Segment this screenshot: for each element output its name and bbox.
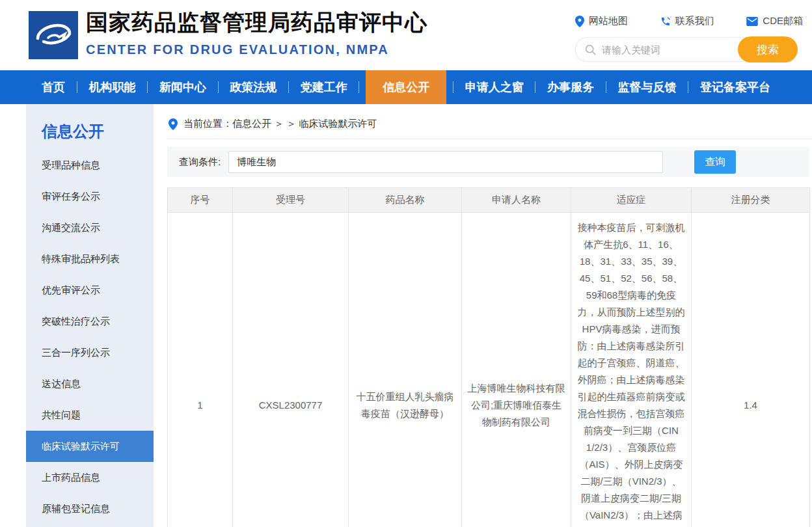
cell-acceptance-no: CXSL2300777 [233, 213, 349, 527]
phone-icon [660, 16, 671, 27]
cell-drug-name: 十五价重组人乳头瘤病毒疫苗（汉逊酵母） [349, 213, 462, 527]
nav-item-functions[interactable]: 机构职能 [83, 70, 141, 104]
mailbox-label: CDE邮箱 [763, 15, 803, 27]
col-header-drug-name: 药品名称 [349, 188, 462, 213]
nav-divider [288, 81, 289, 93]
sidebar-item-delivery-info[interactable]: 送达信息 [26, 368, 154, 399]
site-title-cn: 国家药品监督管理局药品审评中心 [86, 8, 427, 38]
nav-divider [147, 81, 148, 93]
sidebar-item-excipient-registration[interactable]: 原辅包登记信息 [26, 493, 154, 524]
table-row: 1 CXSL2300777 十五价重组人乳头瘤病毒疫苗（汉逊酵母） 上海博唯生物… [168, 213, 810, 527]
nav-divider [77, 81, 77, 93]
contact-link[interactable]: 联系我们 [660, 15, 714, 27]
nav-item-news[interactable]: 新闻中心 [154, 70, 211, 104]
nav-divider [218, 81, 219, 93]
table-header-row: 序号 受理号 药品名称 申请人名称 适应症 注册分类 [168, 188, 810, 213]
breadcrumb-text: 当前位置：信息公开 ＞ ＞ 临床试验默示许可 [183, 118, 377, 130]
col-header-applicant: 申请人名称 [462, 188, 571, 213]
nav-item-services[interactable]: 办事服务 [542, 70, 599, 104]
col-header-registration-class: 注册分类 [692, 188, 810, 213]
query-input[interactable] [228, 151, 663, 173]
site-title-en: CENTER FOR DRUG EVALUATION, NMPA [86, 42, 427, 57]
nav-item-party[interactable]: 党建工作 [295, 70, 353, 104]
header-search: 搜索 [575, 37, 798, 62]
col-header-indication: 适应症 [571, 188, 692, 213]
sidebar-item-three-in-one[interactable]: 三合一序列公示 [26, 337, 154, 368]
col-header-index: 序号 [168, 188, 233, 213]
cell-index: 1 [168, 213, 233, 527]
cde-logo [29, 11, 78, 59]
sidebar-title: 信息公开 [26, 104, 154, 150]
sidebar: 信息公开 受理品种信息 审评任务公示 沟通交流公示 特殊审批品种列表 优先审评公… [26, 104, 154, 527]
contact-label: 联系我们 [675, 15, 714, 27]
nav-divider [606, 81, 606, 93]
location-pin-icon [169, 118, 178, 130]
sidebar-item-special-approval[interactable]: 特殊审批品种列表 [26, 243, 154, 275]
sitemap-label: 网站地图 [589, 15, 628, 27]
cell-registration-class: 1.4 [692, 213, 810, 527]
query-label: 查询条件: [179, 156, 221, 169]
search-icon [585, 44, 596, 55]
location-pin-icon [575, 16, 584, 27]
nav-item-registration-platform[interactable]: 登记备案平台 [695, 70, 776, 104]
cell-applicant: 上海博唯生物科技有限公司;重庆博唯佰泰生物制药有限公司 [462, 213, 571, 527]
nav-item-home[interactable]: 首页 [36, 70, 70, 104]
main-nav: 首页 机构职能 新闻中心 政策法规 党建工作 信息公开 申请人之窗 办事服务 监… [0, 70, 812, 104]
search-button[interactable]: 搜索 [738, 36, 798, 62]
sitemap-link[interactable]: 网站地图 [575, 15, 628, 27]
cell-indication: 接种本疫苗后，可刺激机体产生抗6、11、16、18、31、33、35、39、45… [571, 213, 692, 527]
nav-divider [688, 81, 688, 93]
nav-divider [535, 81, 535, 93]
nav-item-applicant-window[interactable]: 申请人之窗 [460, 70, 529, 104]
results-table: 序号 受理号 药品名称 申请人名称 适应症 注册分类 1 CXSL2300777… [167, 187, 810, 527]
nav-divider [359, 81, 359, 93]
nav-divider [453, 81, 453, 93]
mailbox-link[interactable]: CDE邮箱 [746, 15, 803, 27]
query-button[interactable]: 查询 [694, 150, 736, 174]
sidebar-item-breakthrough-therapy[interactable]: 突破性治疗公示 [26, 306, 154, 337]
nav-item-policies[interactable]: 政策法规 [224, 70, 282, 104]
search-input[interactable] [596, 44, 738, 55]
sidebar-item-common-issues[interactable]: 共性问题 [26, 399, 154, 431]
col-header-acceptance-no: 受理号 [233, 188, 349, 213]
sidebar-item-review-tasks[interactable]: 审评任务公示 [26, 181, 154, 212]
sidebar-item-accepted-varieties[interactable]: 受理品种信息 [26, 150, 154, 181]
breadcrumb: 当前位置：信息公开 ＞ ＞ 临床试验默示许可 [167, 104, 812, 139]
mail-icon [746, 17, 758, 26]
nav-item-supervision[interactable]: 监督与反馈 [613, 70, 682, 104]
sidebar-item-priority-review[interactable]: 优先审评公示 [26, 275, 154, 306]
site-header: 国家药品监督管理局药品审评中心 CENTER FOR DRUG EVALUATI… [0, 0, 812, 70]
nav-item-info-disclosure[interactable]: 信息公开 [366, 70, 446, 104]
query-bar: 查询条件: 查询 [167, 147, 809, 177]
sidebar-item-marketed-drugs[interactable]: 上市药品信息 [26, 462, 154, 493]
quick-links: 网站地图 联系我们 CDE邮箱 [575, 15, 803, 27]
sidebar-item-clinical-trial-implied-license[interactable]: 临床试验默示许可 [26, 431, 154, 462]
sidebar-item-communication[interactable]: 沟通交流公示 [26, 212, 154, 243]
